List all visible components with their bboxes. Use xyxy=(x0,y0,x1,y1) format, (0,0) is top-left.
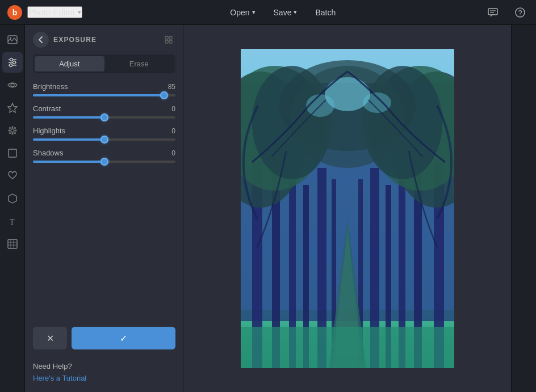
contrast-thumb[interactable] xyxy=(101,113,108,121)
panel-help: Need Help? Here's a Tutorial xyxy=(25,355,183,392)
brightness-track[interactable] xyxy=(33,94,175,96)
open-label: Open xyxy=(230,8,249,17)
save-chevron: ▾ xyxy=(294,9,297,16)
sidebar-item-adjustments[interactable] xyxy=(2,52,23,73)
sliders-area: Brightness 85 Contrast 0 xyxy=(25,80,183,321)
expand-icon xyxy=(164,35,173,44)
sidebar-item-effects[interactable] xyxy=(2,120,23,141)
canvas-area xyxy=(184,25,511,392)
svg-point-8 xyxy=(10,37,11,39)
sidebar-item-image[interactable] xyxy=(2,29,23,50)
svg-marker-16 xyxy=(8,103,17,112)
batch-label: Batch xyxy=(315,8,336,17)
svg-rect-29 xyxy=(8,239,17,248)
eye-icon xyxy=(7,79,18,91)
panel-tabs: Adjust Erase xyxy=(33,54,175,73)
svg-point-22 xyxy=(9,127,11,129)
shadows-value: 0 xyxy=(171,149,175,157)
svg-point-23 xyxy=(14,132,16,134)
help-title: Need Help? xyxy=(33,362,175,370)
help-tutorial-link[interactable]: Here's a Tutorial xyxy=(33,374,86,382)
star-icon xyxy=(7,102,18,113)
sidebar-item-eye[interactable] xyxy=(2,75,23,95)
brightness-thumb[interactable] xyxy=(160,91,168,99)
highlights-label: Highlights xyxy=(33,127,65,135)
svg-point-25 xyxy=(9,132,11,134)
svg-rect-37 xyxy=(169,40,172,43)
left-sidebar: T xyxy=(0,25,25,392)
app-title-button[interactable]: Photo Editor ▾ xyxy=(27,6,82,18)
help-icon: ? xyxy=(514,7,526,18)
brightness-label: Brightness xyxy=(33,82,68,91)
svg-rect-34 xyxy=(165,36,168,39)
sidebar-item-heart[interactable] xyxy=(2,166,23,186)
panel-actions: ✕ ✓ xyxy=(25,321,183,355)
svg-text:T: T xyxy=(10,218,15,226)
brightness-slider-row: Brightness 85 xyxy=(33,82,175,96)
svg-point-18 xyxy=(11,127,13,128)
svg-point-20 xyxy=(8,130,10,132)
cancel-icon: ✕ xyxy=(47,333,54,344)
photo-svg xyxy=(241,49,454,368)
app-title-chevron: ▾ xyxy=(78,9,81,16)
sidebar-item-texture[interactable] xyxy=(2,234,23,254)
svg-point-13 xyxy=(12,61,15,64)
open-button[interactable]: Open ▾ xyxy=(223,6,262,19)
brightness-value: 85 xyxy=(168,83,175,91)
panel-back-button[interactable] xyxy=(33,32,49,48)
image-icon xyxy=(7,34,18,45)
sidebar-item-star[interactable] xyxy=(2,98,23,118)
header-right: ? xyxy=(484,3,529,22)
photo-display xyxy=(241,49,454,368)
back-arrow-icon xyxy=(37,36,44,43)
contrast-value: 0 xyxy=(171,105,175,113)
contrast-fill xyxy=(33,116,104,119)
sidebar-item-crop[interactable] xyxy=(2,143,23,163)
adjustments-icon xyxy=(7,57,18,68)
sidebar-item-shape[interactable] xyxy=(2,188,23,209)
highlights-slider-row: Highlights 0 xyxy=(33,127,175,141)
right-sidebar xyxy=(511,25,536,392)
shadows-track[interactable] xyxy=(33,161,175,163)
svg-point-15 xyxy=(11,83,14,87)
svg-point-14 xyxy=(9,64,12,67)
sidebar-item-text[interactable]: T xyxy=(2,211,23,231)
svg-point-19 xyxy=(11,133,13,135)
chat-icon xyxy=(487,7,499,18)
cancel-button[interactable]: ✕ xyxy=(33,327,67,349)
svg-rect-65 xyxy=(241,49,454,368)
highlights-fill xyxy=(33,138,104,141)
contrast-track[interactable] xyxy=(33,116,175,119)
svg-text:?: ? xyxy=(518,9,522,17)
header: b Photo Editor ▾ Open ▾ Save ▾ Batch xyxy=(0,0,536,25)
panel-header: EXPOSURE xyxy=(25,25,183,54)
shadows-label: Shadows xyxy=(33,149,63,157)
open-chevron: ▾ xyxy=(252,9,256,16)
main-area: T EXPOSURE xyxy=(0,25,536,392)
confirm-button[interactable]: ✓ xyxy=(72,327,175,349)
svg-rect-26 xyxy=(9,149,16,157)
shadows-fill xyxy=(33,161,104,163)
save-button[interactable]: Save ▾ xyxy=(267,6,304,19)
tab-erase[interactable]: Erase xyxy=(104,56,174,71)
tab-adjust[interactable]: Adjust xyxy=(35,56,104,71)
highlights-thumb[interactable] xyxy=(101,136,108,144)
panel-expand-button[interactable] xyxy=(162,33,175,47)
highlights-track[interactable] xyxy=(33,138,175,141)
shadows-thumb[interactable] xyxy=(101,158,108,166)
adjustment-panel: EXPOSURE Adjust Erase Brightness 85 xyxy=(25,25,184,392)
brightness-fill xyxy=(33,94,164,96)
text-icon: T xyxy=(7,216,18,227)
crop-icon xyxy=(7,147,18,159)
app-title-text: Photo Editor xyxy=(28,7,76,17)
svg-rect-2 xyxy=(488,9,497,15)
chat-icon-button[interactable] xyxy=(484,3,502,22)
batch-button[interactable]: Batch xyxy=(308,6,342,19)
effects-icon xyxy=(7,125,18,136)
heart-icon xyxy=(7,170,18,182)
highlights-value: 0 xyxy=(171,127,175,135)
app-logo: b xyxy=(7,5,23,20)
header-center: Open ▾ Save ▾ Batch xyxy=(82,6,484,19)
help-icon-button[interactable]: ? xyxy=(511,3,529,22)
svg-point-17 xyxy=(11,129,14,132)
